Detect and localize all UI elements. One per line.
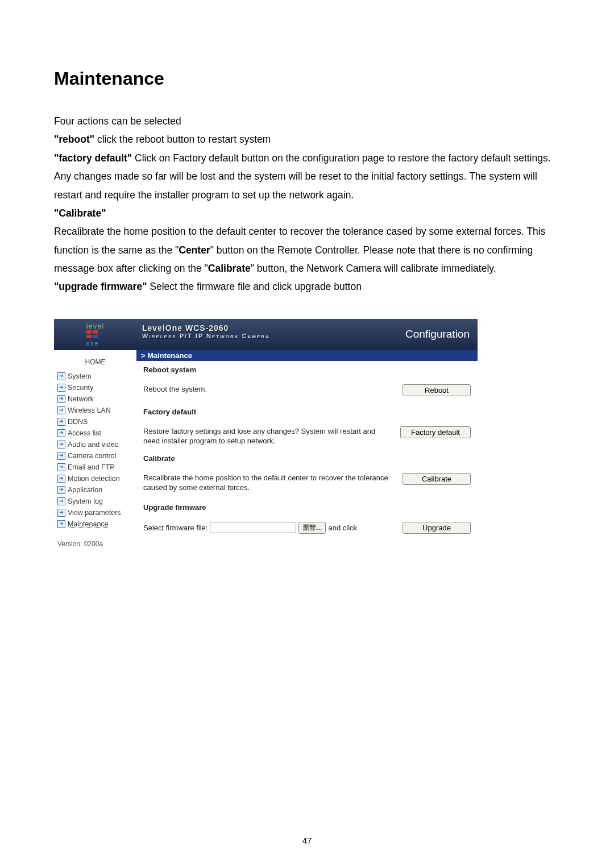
sidebar-item-label: System log [68,497,103,505]
reboot-line: "reboot" click the reboot button to rest… [54,130,560,148]
page-number: 47 [0,836,614,845]
upgrade-label: "upgrade firmware" [54,281,147,292]
calibrate-heading: "Calibrate" [54,204,560,222]
sidebar-item-motion-detection[interactable]: ➔Motion detection [56,473,134,484]
embedded-screenshot: level one LevelOne WCS-2060 Wireless P/T… [54,319,478,556]
calib-center: Center [179,244,210,256]
reboot-heading: Reboot system [143,366,471,374]
sidebar-item-email-ftp[interactable]: ➔Email and FTP [56,462,134,473]
sidebar-home[interactable]: HOME [56,355,134,371]
main-panel: > Maintenance Reboot system Reboot the s… [136,350,478,556]
logo-top: level [86,322,105,330]
arrow-icon: ➔ [57,486,65,494]
breadcrumb: > Maintenance [136,350,478,361]
sidebar-item-label: Wireless LAN [68,406,111,414]
arrow-icon: ➔ [57,441,65,448]
sidebar-item-label: Security [68,384,93,392]
sidebar-item-label: DDNS [68,418,88,426]
sidebar-item-label: Maintenance [68,520,109,528]
sidebar-item-network[interactable]: ➔Network [56,393,134,405]
arrow-icon: ➔ [57,509,65,517]
sidebar-item-system[interactable]: ➔System [56,371,134,382]
header-titles: LevelOne WCS-2060 Wireless P/T IP Networ… [136,319,405,350]
upgrade-line: "upgrade firmware" Select the firmware f… [54,277,560,296]
logo: level one [54,319,136,350]
sidebar-item-label: System [68,372,92,380]
arrow-icon: ➔ [57,429,65,437]
arrow-icon: ➔ [57,406,65,414]
calib-p3: " button, the Network Camera will calibr… [251,263,496,274]
arrow-icon: ➔ [57,452,65,460]
firmware-file-input[interactable] [210,522,296,533]
logo-grid-icon [86,330,99,338]
sidebar: HOME ➔System ➔Security ➔Network ➔Wireles… [54,350,136,556]
arrow-icon: ➔ [57,372,65,380]
sidebar-item-security[interactable]: ➔Security [56,382,134,393]
sidebar-item-label: Email and FTP [68,463,115,471]
upgrade-text: Select the firmware file and click upgra… [147,281,361,292]
sidebar-item-label: View parameters [68,509,121,517]
page-title: Maintenance [54,68,560,89]
product-name: LevelOne WCS-2060 [142,323,400,333]
calibrate-heading: Calibrate [143,454,471,463]
sidebar-item-label: Motion detection [68,475,120,483]
sidebar-item-wireless-lan[interactable]: ➔Wireless LAN [56,405,134,416]
upgrade-file-label: Select firmware file: [143,524,208,532]
arrow-icon: ➔ [57,463,65,471]
body-text: Four actions can be selected "reboot" cl… [54,112,560,296]
factory-heading: Factory default [143,408,471,416]
sidebar-item-label: Audio and video [68,441,119,448]
calibrate-paragraph: Recalibrate the home position to the def… [54,222,560,277]
factory-line: "factory default" Click on Factory defau… [54,149,560,204]
reboot-desc: Reboot the system. [143,384,395,394]
sidebar-item-system-log[interactable]: ➔System log [56,496,134,507]
upgrade-button[interactable]: Upgrade [403,522,471,534]
header-bar: level one LevelOne WCS-2060 Wireless P/T… [54,319,478,350]
logo-bottom: one [86,340,99,347]
sidebar-item-maintenance[interactable]: ➔Maintenance [56,518,134,530]
sidebar-item-camera-control[interactable]: ➔Camera control [56,450,134,462]
sidebar-item-ddns[interactable]: ➔DDNS [56,416,134,427]
sidebar-item-application[interactable]: ➔Application [56,484,134,496]
arrow-icon: ➔ [57,520,65,528]
reboot-label: "reboot" [54,134,94,145]
sidebar-item-label: Camera control [68,452,116,460]
sidebar-item-view-parameters[interactable]: ➔View parameters [56,507,134,518]
sidebar-item-audio-video[interactable]: ➔Audio and video [56,439,134,450]
sidebar-item-label: Access list [68,429,101,437]
reboot-text: click the reboot button to restart syste… [94,134,271,145]
arrow-icon: ➔ [57,475,65,483]
factory-label: "factory default" [54,152,132,164]
product-subtitle: Wireless P/T IP Network Camera [142,333,400,339]
version-text: Version: 0200a [56,540,134,548]
sidebar-item-label: Application [68,486,102,494]
upgrade-heading: Upgrade firmware [143,503,471,512]
factory-desc: Restore factory settings and lose any ch… [143,426,392,446]
arrow-icon: ➔ [57,497,65,505]
reboot-button[interactable]: Reboot [403,384,471,396]
calibrate-button[interactable]: Calibrate [403,473,471,485]
sidebar-item-label: Network [68,395,94,403]
calibrate-desc: Recalibrate the home position to the def… [143,473,395,493]
arrow-icon: ➔ [57,395,65,403]
configuration-link[interactable]: Configuration [405,319,478,350]
arrow-icon: ➔ [57,384,65,392]
calib-calib: Calibrate [208,263,251,274]
and-click-text: and click [328,524,357,532]
intro-line: Four actions can be selected [54,112,560,130]
arrow-icon: ➔ [57,418,65,426]
browse-button[interactable]: 瀏覽... [298,522,326,534]
factory-default-button[interactable]: Factory default [400,426,471,438]
sidebar-item-access-list[interactable]: ➔Access list [56,427,134,439]
